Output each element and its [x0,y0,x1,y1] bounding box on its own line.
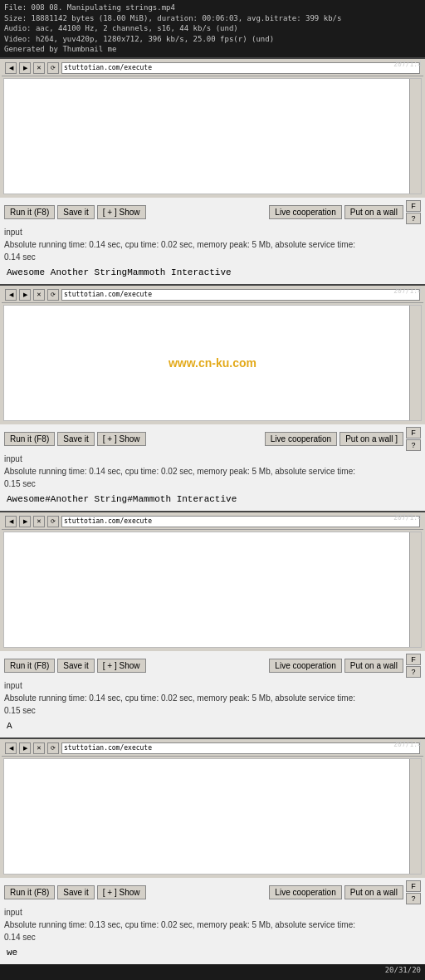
browser-toolbar-2: ◀▶✕⟳stuttotian.com/execute [2,287,423,303]
panel-3: 207/1:4◀▶✕⟳stuttotian.com/executeRun it … [0,511,425,737]
panel-4: 207/1:4◀▶✕⟳stuttotian.com/executeRun it … [0,737,425,964]
wall-button-4[interactable]: Put on a wall [344,885,403,899]
nav-btn-1[interactable]: ▶ [19,289,31,301]
address-bar-2[interactable]: stuttotian.com/execute [61,289,420,301]
nav-btn-3[interactable]: ⟳ [47,742,59,754]
nav-btn-3[interactable]: ⟳ [47,289,59,301]
wall-button-2[interactable]: Put on a wall ] [340,432,403,446]
output-4: we [0,943,425,964]
live-button-2[interactable]: Live cooperation [265,432,337,446]
timestamp-2: 207/1:4 [393,287,422,295]
input-label-4: input [0,907,425,918]
top-info-bar: File: 008 08. Manipulating strings.mp4 S… [0,0,425,57]
save-button-4[interactable]: Save it [57,885,95,899]
input-label-3: input [0,680,425,691]
info-line-1: File: 008 08. Manipulating strings.mp4 [4,2,421,13]
output-2: Awesome#Another String#Mammoth Interacti… [0,490,425,511]
show-button-2[interactable]: [ + ] Show [97,432,146,446]
f-button-4[interactable]: F [406,880,421,892]
browser-content-2: www.cn-ku.com [3,305,422,421]
button-row-1: Run it (F8)Save it[ + ] ShowLive coopera… [0,198,425,227]
q-button-2[interactable]: ? [406,439,421,451]
button-row-4: Run it (F8)Save it[ + ] ShowLive coopera… [0,878,425,907]
f-button-1[interactable]: F [406,200,421,212]
scrollbar-2[interactable] [409,306,421,420]
run-button-1[interactable]: Run it (F8) [4,205,55,219]
save-button-2[interactable]: Save it [57,432,95,446]
show-button-1[interactable]: [ + ] Show [97,205,146,219]
wall-button-1[interactable]: Put on a wall [344,205,403,219]
wall-button-3[interactable]: Put on a wall [344,659,403,673]
live-button-3[interactable]: Live cooperation [269,659,341,673]
nav-btn-3[interactable]: ⟳ [47,62,59,74]
nav-btn-2[interactable]: ✕ [33,516,45,527]
status2-3: 0.15 sec [0,706,425,717]
fq-wrap-1: F? [406,200,421,224]
browser-toolbar-3: ◀▶✕⟳stuttotian.com/execute [2,514,423,530]
nav-btn-1[interactable]: ▶ [19,742,31,754]
nav-btn-0[interactable]: ◀ [5,742,17,754]
run-button-3[interactable]: Run it (F8) [4,659,55,673]
status-3: Absolute running time: 0.14 sec, cpu tim… [0,691,425,706]
f-button-2[interactable]: F [406,427,421,439]
output-3: A [0,717,425,737]
footer-text: 20/31/20 [385,966,421,974]
browser-toolbar-1: ◀▶✕⟳stuttotian.com/execute [2,61,423,76]
status2-4: 0.14 sec [0,933,425,943]
timestamp-4: 207/1:4 [393,741,422,748]
browser-content-4 [3,758,422,875]
nav-btn-2[interactable]: ✕ [33,289,45,301]
browser-toolbar-4: ◀▶✕⟳stuttotian.com/execute [2,741,423,757]
status-2: Absolute running time: 0.14 sec, cpu tim… [0,464,425,479]
browser-content-3 [3,532,422,648]
footer: 20/31/20 [0,964,425,976]
browser-frame-3: ◀▶✕⟳stuttotian.com/execute [0,512,425,651]
live-button-4[interactable]: Live cooperation [269,885,341,899]
button-row-2: Run it (F8)Save it[ + ] ShowLive coopera… [0,424,425,453]
f-button-3[interactable]: F [406,654,421,665]
output-1: Awesome Another StringMammoth Interactiv… [0,263,425,284]
info-line-2: Size: 18881142 bytes (18.00 MiB), durati… [4,13,421,24]
browser-frame-1: ◀▶✕⟳stuttotian.com/execute [0,59,425,198]
fq-wrap-2: F? [406,427,421,451]
q-button-3[interactable]: ? [406,666,421,678]
show-button-4[interactable]: [ + ] Show [97,885,146,899]
run-button-4[interactable]: Run it (F8) [4,885,55,899]
panel-2: 207/1:4◀▶✕⟳stuttotian.com/executewww.cn-… [0,284,425,511]
address-bar-3[interactable]: stuttotian.com/execute [61,516,420,527]
nav-btn-0[interactable]: ◀ [5,62,17,74]
save-button-3[interactable]: Save it [57,659,95,673]
browser-frame-4: ◀▶✕⟳stuttotian.com/execute [0,739,425,878]
scrollbar-1[interactable] [409,79,421,194]
timestamp-1: 207/1:4 [393,61,422,68]
nav-btn-2[interactable]: ✕ [33,742,45,754]
save-button-1[interactable]: Save it [57,205,95,219]
address-bar-4[interactable]: stuttotian.com/execute [61,742,420,754]
browser-frame-2: ◀▶✕⟳stuttotian.com/executewww.cn-ku.com [0,286,425,424]
scrollbar-4[interactable] [409,759,421,874]
panel-1: 207/1:4◀▶✕⟳stuttotian.com/executeRun it … [0,57,425,284]
nav-btn-3[interactable]: ⟳ [47,516,59,527]
run-button-2[interactable]: Run it (F8) [4,432,55,446]
input-label-1: input [0,227,425,238]
status2-1: 0.14 sec [0,252,425,263]
status-1: Absolute running time: 0.14 sec, cpu tim… [0,238,425,252]
nav-btn-1[interactable]: ▶ [19,516,31,527]
nav-btn-0[interactable]: ◀ [5,516,17,527]
fq-wrap-3: F? [406,654,421,678]
scrollbar-3[interactable] [409,532,421,647]
address-bar-1[interactable]: stuttotian.com/execute [61,62,420,74]
show-button-3[interactable]: [ + ] Show [97,659,146,673]
nav-btn-1[interactable]: ▶ [19,62,31,74]
q-button-4[interactable]: ? [406,893,421,904]
fq-wrap-4: F? [406,880,421,904]
nav-btn-0[interactable]: ◀ [5,289,17,301]
browser-content-1 [3,78,422,194]
live-button-1[interactable]: Live cooperation [269,205,341,219]
timestamp-3: 207/1:4 [393,514,422,522]
info-line-5: Generated by Thumbnail me [4,44,421,55]
status2-2: 0.15 sec [0,479,425,490]
info-line-4: Video: h264, yuv420p, 1280x712, 396 kb/s… [4,34,421,45]
q-button-1[interactable]: ? [406,213,421,224]
nav-btn-2[interactable]: ✕ [33,62,45,74]
